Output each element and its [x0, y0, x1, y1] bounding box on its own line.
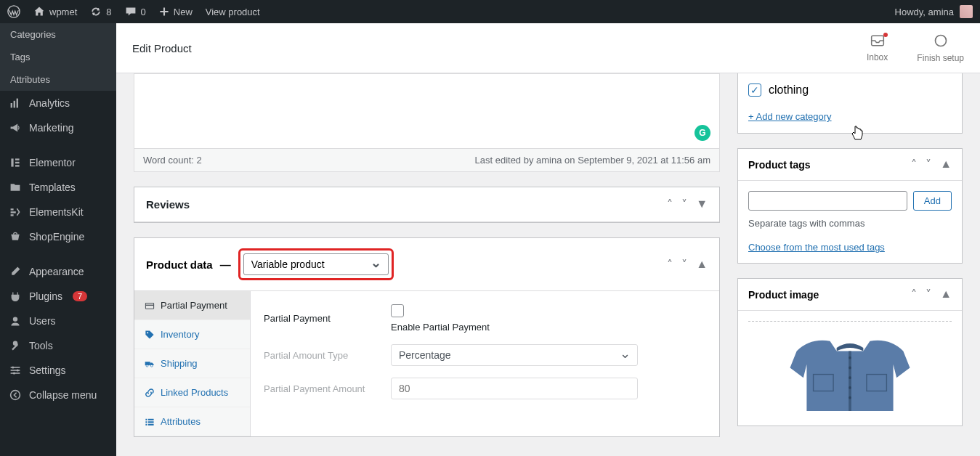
sliders-icon: [9, 364, 22, 377]
chevron-up-icon[interactable]: ˄: [911, 158, 917, 171]
view-product-link[interactable]: View product: [206, 7, 260, 17]
sidebar-item-tools[interactable]: Tools: [0, 333, 116, 358]
account-menu[interactable]: Howdy, amina: [895, 5, 973, 18]
sidebar-item-appearance[interactable]: Appearance: [0, 259, 116, 284]
tab-attributes[interactable]: Attributes: [134, 407, 250, 436]
sidebar-sub-categories[interactable]: Categories: [0, 23, 116, 46]
enable-partial-payment-checkbox[interactable]: [391, 304, 404, 317]
chevron-up-icon[interactable]: ˄: [667, 258, 673, 272]
product-type-select[interactable]: Variable product: [243, 253, 389, 275]
sidebar-item-users[interactable]: Users: [0, 309, 116, 333]
tag-input[interactable]: [748, 191, 907, 211]
svg-rect-31: [145, 423, 147, 425]
tab-shipping[interactable]: Shipping: [134, 349, 250, 378]
grammarly-icon[interactable]: G: [694, 125, 710, 141]
wrench-icon: [9, 339, 22, 352]
site-home-link[interactable]: wpmet: [33, 6, 77, 17]
triangle-up-icon[interactable]: ▲: [940, 158, 952, 171]
add-tag-button[interactable]: Add: [913, 191, 952, 211]
tab-inventory[interactable]: Inventory: [134, 320, 250, 349]
content-editor[interactable]: G Word count: 2 Last edited by amina on …: [134, 73, 720, 172]
sidebar-item-settings[interactable]: Settings: [0, 358, 116, 383]
svg-rect-7: [15, 165, 20, 166]
svg-rect-28: [148, 418, 154, 420]
partial-payment-amount-label: Partial Payment Amount: [264, 383, 376, 394]
product-image-box: Product image ˄ ˅ ▲: [737, 278, 963, 426]
sidebar-item-templates[interactable]: Templates: [0, 175, 116, 200]
triangle-up-icon[interactable]: ▲: [940, 288, 952, 301]
folder-icon: [9, 181, 22, 194]
finish-setup-button[interactable]: Finish setup: [917, 33, 964, 63]
finish-setup-label: Finish setup: [917, 53, 964, 63]
wordpress-logo-icon[interactable]: [7, 5, 20, 18]
sidebar-item-analytics[interactable]: Analytics: [0, 91, 116, 115]
sidebar-sub-attributes[interactable]: Attributes: [0, 68, 116, 91]
comments-count: 0: [141, 7, 146, 17]
product-image-preview[interactable]: [748, 321, 952, 415]
plug-icon: [9, 290, 22, 303]
site-name: wpmet: [49, 7, 77, 17]
truck-icon: [145, 359, 155, 369]
svg-rect-29: [145, 421, 147, 423]
main-content: Edit Product Inbox Finish setup G: [116, 23, 980, 456]
cursor-pointer-icon: [851, 125, 864, 144]
collapse-icon: [9, 388, 22, 402]
svg-rect-3: [17, 99, 18, 108]
svg-point-26: [150, 365, 153, 367]
updates-link[interactable]: 8: [90, 6, 111, 17]
sidebar-item-elementor[interactable]: Elementor: [0, 150, 116, 175]
sidebar-item-shopengine[interactable]: ShopEngine: [0, 224, 116, 249]
sidebar-item-marketing[interactable]: Marketing: [0, 115, 116, 140]
product-image-title: Product image: [748, 289, 819, 301]
reviews-title: Reviews: [146, 198, 190, 211]
svg-point-25: [146, 365, 148, 367]
megaphone-icon: [9, 121, 22, 134]
elementor-icon: [9, 156, 22, 169]
svg-point-18: [11, 391, 20, 400]
sidebar-sub-tags[interactable]: Tags: [0, 46, 116, 68]
triangle-up-icon[interactable]: ▲: [696, 258, 708, 272]
categories-box-partial: ✓ clothing + Add new category: [737, 73, 963, 134]
chevron-down-icon[interactable]: ˅: [926, 158, 931, 171]
svg-rect-4: [11, 158, 13, 166]
svg-rect-10: [11, 214, 14, 216]
svg-rect-21: [145, 303, 153, 309]
sidebar-item-elementskit[interactable]: ElementsKit: [0, 200, 116, 224]
svg-point-39: [849, 386, 851, 389]
chevron-up-icon[interactable]: ˄: [667, 198, 673, 211]
product-tags-title: Product tags: [748, 159, 811, 171]
new-label: New: [174, 7, 193, 17]
tab-partial-payment[interactable]: Partial Payment: [134, 291, 250, 320]
notification-dot: [883, 33, 888, 37]
svg-rect-22: [145, 304, 153, 305]
triangle-down-icon[interactable]: ▼: [696, 198, 708, 211]
sidebar-item-plugins[interactable]: Plugins7: [0, 284, 116, 309]
new-link[interactable]: New: [159, 7, 193, 17]
partial-payment-amount-input[interactable]: [391, 378, 638, 399]
chevron-down-icon[interactable]: ˅: [681, 198, 687, 211]
sidebar-item-collapse[interactable]: Collapse menu: [0, 383, 116, 407]
partial-payment-panel: Partial Payment Enable Partial Payment P…: [251, 291, 719, 436]
avatar: [960, 5, 973, 18]
chevron-down-icon[interactable]: ˅: [681, 258, 687, 272]
inbox-button[interactable]: Inbox: [867, 34, 888, 62]
card-icon: [145, 301, 155, 311]
page-topbar: Edit Product Inbox Finish setup: [116, 23, 980, 73]
inbox-icon: [870, 34, 885, 49]
choose-tags-link[interactable]: Choose from the most used tags: [748, 242, 885, 253]
svg-point-20: [935, 35, 946, 46]
comments-link[interactable]: 0: [125, 6, 146, 17]
add-new-category-link[interactable]: + Add new category: [748, 111, 832, 122]
tab-linked-products[interactable]: Linked Products: [134, 378, 250, 407]
svg-point-23: [147, 332, 148, 333]
denim-shirt-image: [763, 331, 937, 411]
admin-sidebar: Categories Tags Attributes Analytics Mar…: [0, 23, 116, 456]
svg-rect-30: [148, 421, 154, 423]
category-clothing[interactable]: ✓ clothing: [748, 79, 952, 101]
word-count: Word count: 2: [143, 155, 202, 166]
chevron-up-icon[interactable]: ˄: [911, 288, 917, 301]
partial-amount-type-select[interactable]: Percentage: [391, 344, 638, 366]
svg-point-40: [849, 396, 851, 399]
product-type-highlight: Variable product: [238, 248, 394, 280]
chevron-down-icon[interactable]: ˅: [926, 288, 931, 301]
